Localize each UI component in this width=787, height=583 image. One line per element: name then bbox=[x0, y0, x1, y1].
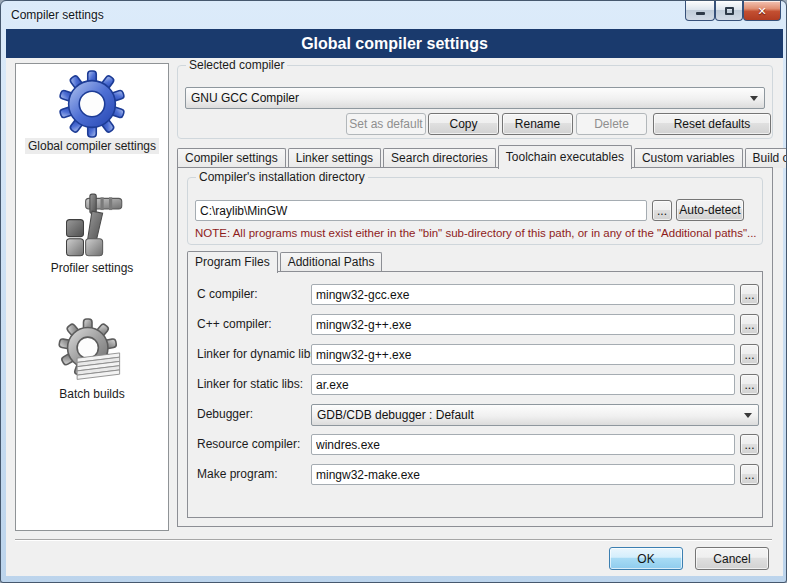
maximize-icon bbox=[725, 7, 734, 15]
compiler-settings-dialog: Compiler settings ✕ Global compiler sett… bbox=[0, 0, 787, 583]
resource-compiler-input[interactable] bbox=[311, 434, 735, 455]
make-program-input[interactable] bbox=[311, 464, 735, 485]
copy-button[interactable]: Copy bbox=[428, 113, 499, 135]
compiler-select-value: GNU GCC Compiler bbox=[191, 91, 299, 105]
installation-directory-input[interactable] bbox=[195, 200, 647, 221]
cpp-compiler-label: C++ compiler: bbox=[197, 317, 272, 331]
close-button[interactable]: ✕ bbox=[743, 1, 781, 21]
tab-program-files[interactable]: Program Files bbox=[187, 251, 278, 273]
window-title: Compiler settings bbox=[11, 8, 104, 22]
set-as-default-button[interactable]: Set as default bbox=[346, 113, 426, 135]
sidebar-item-profiler-settings[interactable]: Profiler settings bbox=[16, 192, 168, 276]
linker-dynamic-browse-button[interactable]: ... bbox=[740, 344, 759, 365]
minimize-icon bbox=[696, 12, 705, 15]
sidebar-item-label: Batch builds bbox=[56, 386, 127, 402]
linker-dynamic-label: Linker for dynamic libs: bbox=[197, 347, 320, 361]
blue-gear-icon bbox=[58, 70, 126, 138]
tab-toolchain-executables[interactable]: Toolchain executables bbox=[498, 145, 632, 169]
cpp-compiler-browse-button[interactable]: ... bbox=[740, 314, 759, 335]
reset-defaults-button[interactable]: Reset defaults bbox=[653, 113, 771, 135]
dropdown-arrow-icon bbox=[750, 96, 758, 101]
program-tabs: Program Files Additional Paths bbox=[187, 250, 384, 272]
tab-search-directories[interactable]: Search directories bbox=[383, 148, 496, 168]
debugger-label: Debugger: bbox=[197, 407, 253, 421]
compiler-select[interactable]: GNU GCC Compiler bbox=[185, 87, 765, 109]
page-title: Global compiler settings bbox=[6, 29, 783, 58]
tab-compiler-settings[interactable]: Compiler settings bbox=[177, 148, 286, 168]
make-program-label: Make program: bbox=[197, 467, 278, 481]
sidebar-item-global-compiler-settings[interactable]: Global compiler settings bbox=[16, 70, 168, 154]
tab-additional-paths[interactable]: Additional Paths bbox=[280, 252, 383, 272]
installation-directory-browse-button[interactable]: ... bbox=[652, 200, 672, 221]
dropdown-arrow-icon bbox=[744, 413, 752, 418]
dialog-body: Global compiler settings bbox=[6, 58, 783, 576]
linker-static-input[interactable] bbox=[311, 374, 735, 395]
gray-gear-stack-icon bbox=[58, 318, 126, 386]
sidebar-item-batch-builds[interactable]: Batch builds bbox=[16, 318, 168, 402]
c-compiler-input[interactable] bbox=[311, 284, 735, 305]
tab-build-options[interactable]: Build options bbox=[745, 148, 787, 168]
sidebar-item-label: Profiler settings bbox=[48, 260, 137, 276]
caliper-icon bbox=[58, 192, 126, 260]
debugger-select-value: GDB/CDB debugger : Default bbox=[317, 408, 474, 422]
compiler-tabs: Compiler settings Linker settings Search… bbox=[177, 144, 787, 168]
c-compiler-label: C compiler: bbox=[197, 287, 258, 301]
tab-linker-settings[interactable]: Linker settings bbox=[288, 148, 381, 168]
selected-compiler-group-label: Selected compiler bbox=[186, 58, 287, 72]
resource-compiler-browse-button[interactable]: ... bbox=[740, 434, 759, 455]
cancel-button[interactable]: Cancel bbox=[695, 547, 769, 570]
linker-dynamic-input[interactable] bbox=[311, 344, 735, 365]
footer-divider bbox=[15, 539, 772, 541]
installation-directory-group-label: Compiler's installation directory bbox=[196, 170, 368, 184]
close-icon: ✕ bbox=[757, 2, 766, 20]
settings-category-list: Global compiler settings bbox=[15, 63, 169, 531]
minimize-button[interactable] bbox=[685, 1, 715, 21]
sidebar-item-label: Global compiler settings bbox=[25, 138, 159, 154]
make-program-browse-button[interactable]: ... bbox=[740, 464, 759, 485]
debugger-select[interactable]: GDB/CDB debugger : Default bbox=[311, 404, 759, 426]
resource-compiler-label: Resource compiler: bbox=[197, 437, 300, 451]
delete-button[interactable]: Delete bbox=[576, 113, 647, 135]
installation-note: NOTE: All programs must exist either in … bbox=[195, 227, 759, 239]
linker-static-browse-button[interactable]: ... bbox=[740, 374, 759, 395]
maximize-button[interactable] bbox=[715, 1, 743, 21]
c-compiler-browse-button[interactable]: ... bbox=[740, 284, 759, 305]
tab-custom-variables[interactable]: Custom variables bbox=[634, 148, 743, 168]
ok-button[interactable]: OK bbox=[609, 547, 683, 570]
rename-button[interactable]: Rename bbox=[502, 113, 573, 135]
auto-detect-button[interactable]: Auto-detect bbox=[676, 199, 744, 221]
titlebar[interactable]: Compiler settings ✕ bbox=[1, 1, 786, 29]
cpp-compiler-input[interactable] bbox=[311, 314, 735, 335]
linker-static-label: Linker for static libs: bbox=[197, 377, 303, 391]
